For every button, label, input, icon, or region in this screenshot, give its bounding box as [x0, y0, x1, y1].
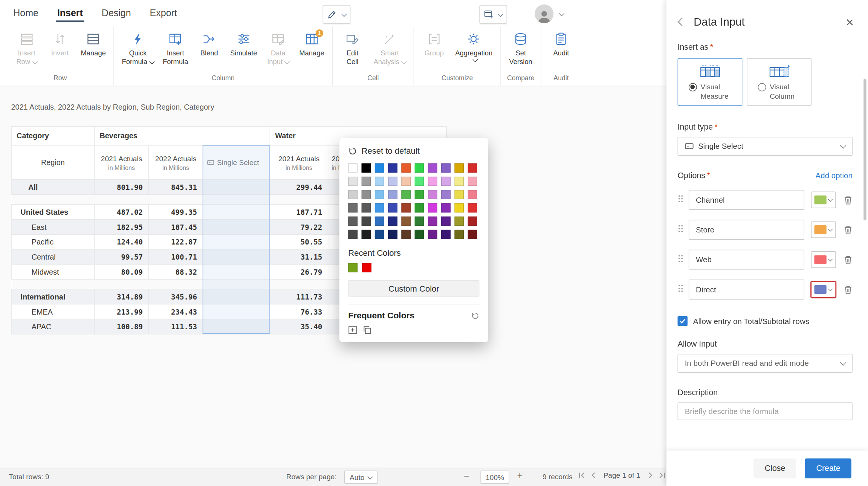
add-option-link[interactable]: Add option [815, 171, 852, 180]
column-header[interactable]: 2021 Actualsin Millions [95, 145, 149, 180]
palette-swatch[interactable] [415, 190, 424, 199]
table-cell[interactable]: 213.99 [95, 304, 149, 319]
palette-swatch[interactable] [375, 203, 384, 212]
add-visual-button[interactable] [479, 5, 507, 24]
description-input[interactable] [678, 402, 853, 420]
table-cell[interactable] [203, 205, 270, 220]
palette-swatch[interactable] [428, 203, 437, 212]
option-color-dropdown[interactable] [811, 251, 836, 268]
table-cell[interactable]: 111.73 [270, 289, 328, 304]
palette-swatch[interactable] [428, 230, 437, 239]
copy-colors-icon[interactable] [362, 326, 371, 335]
table-cell[interactable] [203, 180, 270, 195]
palette-swatch[interactable] [468, 163, 477, 173]
column-header[interactable]: 2022 Actualsin Millions [149, 145, 203, 180]
group-button[interactable]: Group [417, 31, 451, 59]
option-color-dropdown[interactable] [811, 191, 836, 208]
back-icon[interactable] [677, 18, 686, 26]
first-page-button[interactable] [578, 472, 585, 479]
table-cell[interactable]: 100.89 [95, 319, 149, 334]
palette-swatch[interactable] [388, 203, 397, 212]
smart-analysis-button[interactable]: Smart Analysis [369, 31, 411, 68]
palette-swatch[interactable] [441, 203, 451, 212]
table-cell[interactable]: 80.09 [95, 264, 149, 280]
row-header[interactable]: Midwest [11, 264, 94, 280]
palette-swatch[interactable] [348, 203, 358, 212]
palette-swatch[interactable] [428, 217, 437, 226]
option-color-dropdown-focused[interactable] [811, 281, 836, 298]
table-cell[interactable]: 79.22 [270, 220, 328, 235]
palette-swatch[interactable] [401, 217, 411, 226]
table-cell[interactable]: 88.32 [149, 264, 203, 280]
next-page-button[interactable] [646, 472, 654, 479]
palette-swatch[interactable] [375, 230, 384, 239]
palette-swatch[interactable] [454, 177, 464, 186]
table-cell[interactable]: 299.44 [270, 180, 328, 195]
allow-input-dropdown[interactable]: In both PowerBI read and edit mode [678, 354, 853, 373]
palette-swatch[interactable] [428, 190, 437, 199]
previous-page-button[interactable] [590, 472, 597, 479]
palette-swatch[interactable] [415, 177, 424, 186]
table-cell[interactable]: 182.95 [95, 220, 149, 235]
set-version-button[interactable]: Set Version [504, 31, 537, 68]
palette-swatch[interactable] [362, 230, 371, 239]
palette-swatch[interactable] [401, 190, 411, 199]
recent-color-swatch[interactable] [348, 263, 358, 272]
column-group-header[interactable]: Beverages [95, 127, 270, 145]
drag-handle-icon[interactable] [678, 254, 685, 265]
table-cell[interactable]: 31.15 [270, 249, 328, 264]
custom-color-button[interactable]: Custom Color [348, 280, 479, 297]
edit-mode-button[interactable] [323, 5, 350, 24]
delete-option-icon[interactable] [844, 285, 853, 294]
refresh-icon[interactable] [471, 312, 479, 320]
palette-swatch[interactable] [441, 217, 451, 226]
palette-swatch[interactable] [348, 177, 358, 186]
table-cell[interactable]: 100.71 [149, 249, 203, 264]
palette-swatch[interactable] [441, 230, 451, 239]
palette-swatch[interactable] [388, 163, 397, 173]
row-header[interactable]: International [11, 289, 94, 304]
create-button[interactable]: Create [805, 458, 851, 478]
palette-swatch[interactable] [441, 177, 451, 186]
corner-header[interactable]: Category [11, 127, 94, 145]
tab-insert[interactable]: Insert [56, 2, 84, 25]
panel-scrollbar[interactable] [863, 79, 866, 220]
palette-swatch[interactable] [348, 230, 358, 239]
drag-handle-icon[interactable] [678, 224, 685, 235]
single-select-column-header[interactable]: Single Select [203, 145, 270, 180]
table-cell[interactable]: 187.71 [270, 205, 328, 220]
visual-measure-card[interactable]: Visual Measure [678, 58, 743, 105]
palette-swatch[interactable] [362, 190, 371, 199]
palette-swatch[interactable] [375, 177, 384, 186]
table-cell[interactable] [203, 220, 270, 235]
palette-swatch[interactable] [401, 177, 411, 186]
visual-column-radio[interactable] [758, 83, 766, 91]
palette-swatch[interactable] [375, 190, 384, 199]
table-cell[interactable]: 187.45 [149, 220, 203, 235]
table-cell[interactable]: 487.02 [95, 205, 149, 220]
palette-swatch[interactable] [454, 217, 464, 226]
palette-swatch[interactable] [415, 217, 424, 226]
add-frequent-color-button[interactable] [348, 326, 357, 335]
table-cell[interactable] [203, 319, 270, 334]
input-type-dropdown[interactable]: Single Select [678, 137, 853, 156]
table-cell[interactable]: 111.53 [149, 319, 203, 334]
palette-swatch[interactable] [454, 230, 464, 239]
palette-swatch[interactable] [441, 190, 451, 199]
palette-swatch[interactable] [388, 230, 397, 239]
row-header[interactable]: EMEA [11, 304, 94, 319]
reset-to-default-button[interactable]: Reset to default [348, 146, 479, 156]
aggregation-button[interactable]: Aggregation [451, 31, 497, 64]
table-cell[interactable] [203, 289, 270, 304]
data-input-button[interactable]: Data Input [261, 31, 295, 68]
palette-swatch[interactable] [468, 230, 477, 239]
palette-swatch[interactable] [362, 217, 371, 226]
row-header[interactable]: All [11, 180, 94, 195]
row-header[interactable]: Central [11, 249, 94, 264]
option-name-input[interactable] [689, 190, 804, 210]
table-cell[interactable]: 845.31 [149, 180, 203, 195]
palette-swatch[interactable] [401, 230, 411, 239]
insert-formula-button[interactable]: Insert Formula [158, 31, 193, 68]
palette-swatch[interactable] [468, 177, 477, 186]
palette-swatch[interactable] [454, 163, 464, 173]
